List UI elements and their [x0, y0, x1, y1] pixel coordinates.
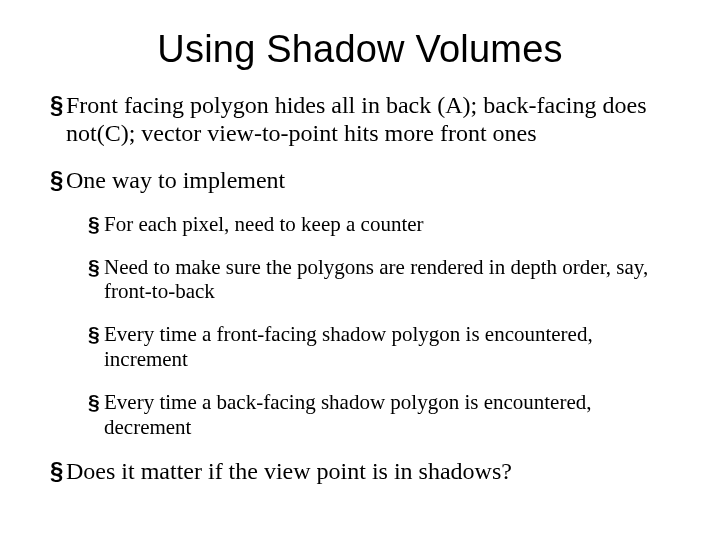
square-bullet-icon: § — [88, 322, 104, 347]
square-bullet-icon: § — [88, 212, 104, 237]
bullet-text: Front facing polygon hides all in back (… — [66, 92, 647, 146]
bullet-text: Does it matter if the view point is in s… — [66, 458, 512, 484]
bullet-item: §One way to implement — [50, 166, 670, 194]
square-bullet-icon: § — [50, 166, 66, 194]
bullet-text: Every time a front-facing shadow polygon… — [104, 322, 593, 371]
bullet-subitem: §Every time a front-facing shadow polygo… — [88, 322, 670, 372]
bullet-text: Need to make sure the polygons are rende… — [104, 255, 648, 304]
square-bullet-icon: § — [50, 457, 66, 485]
bullet-text: For each pixel, need to keep a counter — [104, 212, 424, 236]
square-bullet-icon: § — [88, 255, 104, 280]
slide-title: Using Shadow Volumes — [50, 28, 670, 71]
bullet-item: §Does it matter if the view point is in … — [50, 457, 670, 485]
square-bullet-icon: § — [50, 91, 66, 119]
bullet-text: Every time a back-facing shadow polygon … — [104, 390, 592, 439]
bullet-subitem: §Need to make sure the polygons are rend… — [88, 255, 670, 305]
slide: Using Shadow Volumes §Front facing polyg… — [0, 0, 720, 540]
bullet-subitem: §Every time a back-facing shadow polygon… — [88, 390, 670, 440]
bullet-item: §Front facing polygon hides all in back … — [50, 91, 670, 148]
square-bullet-icon: § — [88, 390, 104, 415]
bullet-subitem: §For each pixel, need to keep a counter — [88, 212, 670, 237]
bullet-text: One way to implement — [66, 167, 285, 193]
